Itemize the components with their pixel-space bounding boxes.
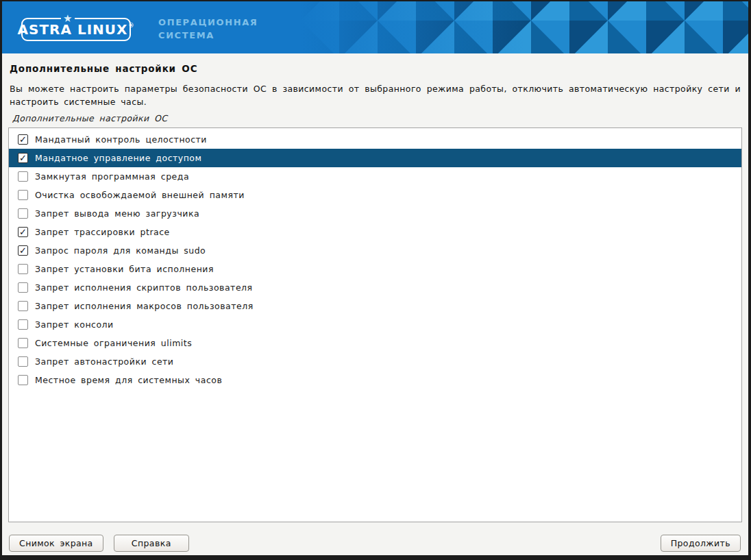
checkbox-unchecked-icon[interactable] <box>18 171 28 182</box>
list-item[interactable]: ✓Мандатный контроль целостности <box>9 130 741 149</box>
list-item[interactable]: Системные ограничения ulimits <box>9 334 741 352</box>
options-listbox[interactable]: ✓Мандатный контроль целостности✓Мандатно… <box>8 127 742 522</box>
star-icon: ★ <box>63 14 73 24</box>
footer-left-buttons: Снимок экрана Справка <box>9 535 189 552</box>
help-button[interactable]: Справка <box>114 535 189 552</box>
astra-linux-logo: ★ ASTRA LINUX ® <box>21 18 131 41</box>
list-item-label: Запрет установки бита исполнения <box>35 264 214 274</box>
header-geometric-pattern <box>301 1 748 53</box>
header: ★ ASTRA LINUX ® ОПЕРАЦИОННАЯ СИСТЕМА <box>2 1 748 53</box>
checkbox-unchecked-icon[interactable] <box>18 319 28 330</box>
list-item[interactable]: ✓Мандатное управление доступом <box>9 149 741 167</box>
checkbox-unchecked-icon[interactable] <box>18 338 28 348</box>
list-item[interactable]: Запрет консоли <box>9 315 741 334</box>
list-item-label: Мандатное управление доступом <box>35 153 201 163</box>
list-item-label: Очистка освобождаемой внешней памяти <box>35 190 245 200</box>
main-content: Дополнительные настройки ОС Вы можете на… <box>2 63 748 522</box>
checkbox-checked-icon[interactable]: ✓ <box>18 227 28 237</box>
list-item-label: Запрет автонастройки сети <box>35 356 174 367</box>
list-item-label: Запрет исполнения скриптов пользователя <box>35 282 253 293</box>
screenshot-button[interactable]: Снимок экрана <box>9 535 103 552</box>
list-item-label: Системные ограничения ulimits <box>35 338 192 348</box>
checkbox-unchecked-icon[interactable] <box>18 282 28 293</box>
tagline-line1: ОПЕРАЦИОННАЯ <box>158 16 258 29</box>
list-item[interactable]: Запрет исполнения скриптов пользователя <box>9 278 741 297</box>
list-item-label: Запрет вывода меню загрузчика <box>35 208 199 219</box>
checkbox-unchecked-icon[interactable] <box>18 356 28 367</box>
checkbox-unchecked-icon[interactable] <box>18 264 28 274</box>
page-description: Вы можете настроить параметры безопаснос… <box>10 82 741 108</box>
checkbox-checked-icon[interactable]: ✓ <box>18 153 28 163</box>
list-item[interactable]: Запрет вывода меню загрузчика <box>9 204 741 223</box>
os-tagline: ОПЕРАЦИОННАЯ СИСТЕМА <box>158 16 258 42</box>
page-title: Дополнительные настройки ОС <box>10 63 742 74</box>
list-item[interactable]: ✓Запрос пароля для команды sudo <box>9 241 741 260</box>
continue-button[interactable]: Продолжить <box>661 535 741 552</box>
tagline-line2: СИСТЕМА <box>158 29 258 42</box>
installer-window: ★ ASTRA LINUX ® ОПЕРАЦИОННАЯ СИСТЕМА Доп… <box>0 0 751 560</box>
list-item[interactable]: Запрет установки бита исполнения <box>9 260 741 278</box>
checkbox-unchecked-icon[interactable] <box>18 301 28 311</box>
list-item-label: Мандатный контроль целостности <box>35 134 207 145</box>
checkbox-unchecked-icon[interactable] <box>18 208 28 219</box>
checkbox-checked-icon[interactable]: ✓ <box>18 134 28 145</box>
list-item[interactable]: Местное время для системных часов <box>9 371 741 389</box>
list-item-label: Запрет трассировки ptrace <box>35 227 170 237</box>
list-item[interactable]: Очистка освобождаемой внешней памяти <box>9 186 741 204</box>
checkbox-unchecked-icon[interactable] <box>18 190 28 200</box>
list-item[interactable]: Замкнутая программная среда <box>9 167 741 186</box>
checkbox-unchecked-icon[interactable] <box>18 375 28 385</box>
options-list-label: Дополнительные настройки ОС <box>12 113 742 123</box>
list-item-label: Запрос пароля для команды sudo <box>35 245 206 256</box>
list-item-label: Запрет консоли <box>35 319 114 330</box>
registered-mark: ® <box>128 23 134 29</box>
list-item[interactable]: ✓Запрет трассировки ptrace <box>9 223 741 241</box>
footer: Снимок экрана Справка Продолжить <box>9 535 741 552</box>
list-item-label: Запрет исполнения макросов пользователя <box>35 301 254 311</box>
list-item-label: Замкнутая программная среда <box>35 171 189 182</box>
checkbox-checked-icon[interactable]: ✓ <box>18 245 28 256</box>
list-item[interactable]: Запрет автонастройки сети <box>9 352 741 371</box>
list-item-label: Местное время для системных часов <box>35 375 222 385</box>
list-item[interactable]: Запрет исполнения макросов пользователя <box>9 297 741 315</box>
logo-star-wrap: ★ <box>61 10 75 24</box>
